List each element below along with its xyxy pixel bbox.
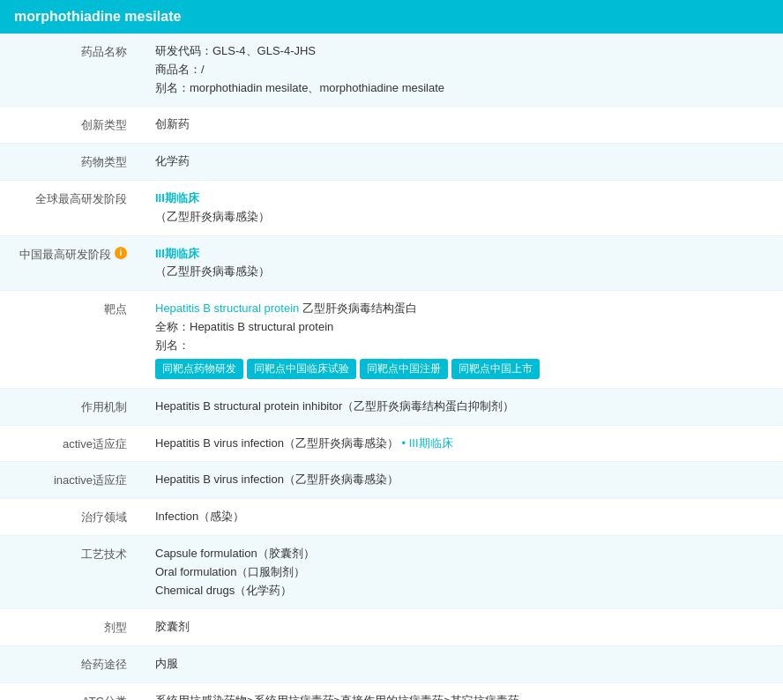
tag-button[interactable]: 同靶点中国临床试验 [247, 359, 356, 379]
value-route: 内服 [141, 646, 783, 682]
info-icon[interactable]: i [115, 247, 127, 259]
row-route: 给药途径内服 [0, 646, 783, 683]
row-global-stage: 全球最高研发阶段III期临床（乙型肝炎病毒感染） [0, 181, 783, 236]
label-china-stage: 中国最高研发阶段i [0, 236, 141, 291]
value-inactive-indication: Hepatitis B virus infection（乙型肝炎病毒感染） [141, 462, 783, 498]
label-therapy-area: 治疗领域 [0, 499, 141, 535]
label-target: 靶点 [0, 291, 141, 388]
tag-button[interactable]: 同靶点中国上市 [451, 359, 540, 379]
value-global-stage: III期临床（乙型肝炎病毒感染） [141, 181, 783, 235]
page-header: morphothiadine mesilate [0, 0, 783, 34]
label-atc: ATC分类 [0, 683, 141, 700]
value-china-stage: III期临床（乙型肝炎病毒感染） [141, 236, 783, 291]
value-therapy-area: Infection（感染） [141, 499, 783, 535]
label-active-indication: active适应症 [0, 426, 141, 462]
value-dosage-form: 胶囊剂 [141, 609, 783, 645]
value-atc: 系统用抗感染药物>系统用抗病毒药>直接作用的抗病毒药>其它抗病毒药 [141, 683, 783, 700]
row-dosage-form: 剂型胶囊剂 [0, 609, 783, 646]
row-drug-name: 药品名称研发代码：GLS-4、GLS-4-JHS商品名：/别名：morphoth… [0, 34, 783, 107]
row-innovation-type: 创新类型创新药 [0, 107, 783, 144]
tags-container: 同靶点药物研发同靶点中国临床试验同靶点中国注册同靶点中国上市 [155, 359, 769, 379]
label-route: 给药途径 [0, 646, 141, 682]
row-inactive-indication: inactive适应症Hepatitis B virus infection（乙… [0, 462, 783, 499]
content-table: 药品名称研发代码：GLS-4、GLS-4-JHS商品名：/别名：morphoth… [0, 34, 783, 700]
row-therapy-area: 治疗领域Infection（感染） [0, 499, 783, 536]
label-dosage-form: 剂型 [0, 609, 141, 645]
row-active-indication: active适应症Hepatitis B virus infection（乙型肝… [0, 426, 783, 463]
value-technology: Capsule formulation（胶囊剂）Oral formulation… [141, 536, 783, 608]
value-drug-type: 化学药 [141, 144, 783, 180]
row-technology: 工艺技术Capsule formulation（胶囊剂）Oral formula… [0, 536, 783, 609]
label-innovation-type: 创新类型 [0, 107, 141, 143]
label-technology: 工艺技术 [0, 536, 141, 608]
value-innovation-type: 创新药 [141, 107, 783, 143]
label-inactive-indication: inactive适应症 [0, 462, 141, 498]
value-target: Hepatitis B structural protein 乙型肝炎病毒结构蛋… [141, 291, 783, 388]
tag-button[interactable]: 同靶点药物研发 [155, 359, 243, 379]
row-drug-type: 药物类型化学药 [0, 144, 783, 181]
value-drug-name: 研发代码：GLS-4、GLS-4-JHS商品名：/别名：morphothiadi… [141, 34, 783, 106]
value-active-indication: Hepatitis B virus infection（乙型肝炎病毒感染） • … [141, 426, 783, 462]
target-link[interactable]: Hepatitis B structural protein [155, 302, 299, 315]
row-atc: ATC分类系统用抗感染药物>系统用抗病毒药>直接作用的抗病毒药>其它抗病毒药 [0, 683, 783, 700]
label-drug-type: 药物类型 [0, 144, 141, 180]
label-mechanism: 作用机制 [0, 389, 141, 425]
label-global-stage: 全球最高研发阶段 [0, 181, 141, 235]
row-target: 靶点Hepatitis B structural protein 乙型肝炎病毒结… [0, 291, 783, 389]
value-mechanism: Hepatitis B structural protein inhibitor… [141, 389, 783, 425]
row-china-stage: 中国最高研发阶段iIII期临床（乙型肝炎病毒感染） [0, 236, 783, 292]
row-mechanism: 作用机制Hepatitis B structural protein inhib… [0, 389, 783, 426]
tag-button[interactable]: 同靶点中国注册 [360, 359, 448, 379]
page-title: morphothiadine mesilate [14, 9, 181, 24]
label-drug-name: 药品名称 [0, 34, 141, 106]
app-container: morphothiadine mesilate 药品名称研发代码：GLS-4、G… [0, 0, 783, 700]
